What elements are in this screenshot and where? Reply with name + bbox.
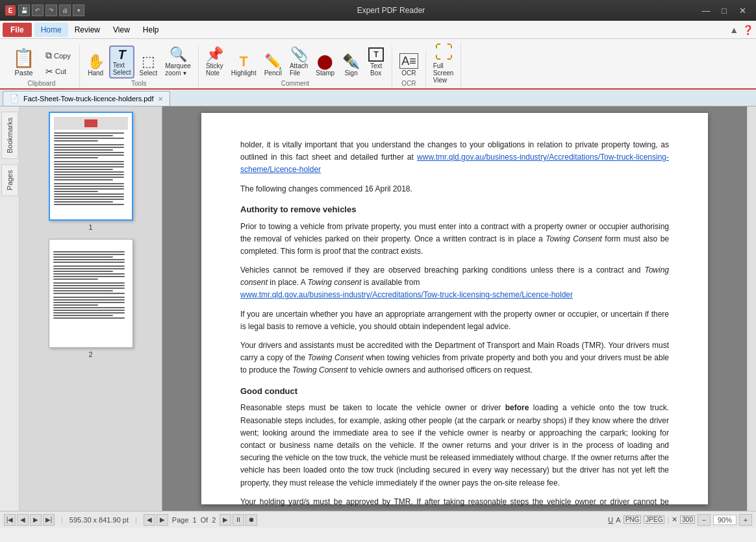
pdf-area[interactable]: holder, it is vitally important that you… <box>162 106 747 511</box>
print-button[interactable]: 🖨 <box>59 5 71 16</box>
thumb-line <box>54 152 124 153</box>
nav-first-button[interactable]: |◀ <box>4 514 16 526</box>
thumb-line <box>53 315 114 316</box>
text-box-label: TextBox <box>370 62 382 77</box>
thumb-line <box>54 140 98 142</box>
tools-label: Tools <box>131 80 146 87</box>
thumb-line <box>53 312 125 314</box>
copy-button[interactable]: ⧉ Copy <box>41 48 75 63</box>
thumb-line <box>54 169 113 170</box>
play-button[interactable]: ▶ <box>220 514 231 526</box>
minimize-button[interactable]: — <box>698 3 714 18</box>
pause-button[interactable]: ⏸ <box>233 514 244 526</box>
nav-next-button[interactable]: ▶ <box>30 514 42 526</box>
right-scrollbar[interactable] <box>747 106 756 511</box>
cut-button[interactable]: ✂ Cut <box>41 64 75 79</box>
thumb-line <box>54 161 124 162</box>
menu-file[interactable]: File <box>3 23 32 37</box>
menu-view[interactable]: View <box>107 23 136 37</box>
ocr-icon: A≡ <box>399 53 418 69</box>
format-x-icon: ✕ <box>672 515 677 524</box>
thumb-line <box>53 297 125 298</box>
nav-prev-2-button[interactable]: ◀ <box>144 514 155 526</box>
stop-button[interactable]: ⏺ <box>246 514 257 526</box>
paste-button[interactable]: 📋 Paste <box>8 45 40 79</box>
text-select-label: TextSelect <box>113 62 131 76</box>
pencil-button[interactable]: ✏️ Pencil <box>261 53 285 79</box>
hand-button[interactable]: ✋ Hand <box>84 53 108 79</box>
text-select-button[interactable]: T TextSelect <box>109 45 135 79</box>
thumbnail-page-1[interactable]: 1 <box>49 112 133 231</box>
menu-home[interactable]: Home <box>34 23 68 37</box>
hand-label: Hand <box>88 69 103 77</box>
hand-icon: ✋ <box>87 55 105 69</box>
paste-label: Paste <box>14 69 32 77</box>
menu-help[interactable]: Help <box>136 23 166 37</box>
maximize-button[interactable]: □ <box>716 3 733 18</box>
pdf-para-5: Reasonable steps must be taken to locate… <box>240 402 669 489</box>
stamp-button[interactable]: ⬤ Stamp <box>312 53 338 79</box>
page-label: Page <box>172 516 189 524</box>
zoom-out-button[interactable]: − <box>698 514 711 526</box>
tab-close-button[interactable]: ✕ <box>158 95 163 103</box>
help-icon[interactable]: ❓ <box>742 25 753 35</box>
clipboard-label: Clipboard <box>27 80 55 87</box>
thumb-line <box>54 201 113 203</box>
status-bar: |◀ ◀ ▶ ▶| | 595.30 x 841.90 pt | ◀ ▶ Pag… <box>0 511 756 528</box>
media-controls: ▶ ⏸ ⏺ <box>220 514 257 526</box>
close-button[interactable]: ✕ <box>734 3 751 18</box>
copy-icon: ⧉ <box>45 50 52 61</box>
thumb-page-num-1: 1 <box>88 223 92 231</box>
attach-file-button[interactable]: 📎 AttachFile <box>286 45 311 79</box>
thumb-line <box>53 288 125 289</box>
thumb-line <box>54 196 124 197</box>
page-of-label: Of <box>201 516 208 524</box>
highlight-button[interactable]: T Highlight <box>228 53 260 79</box>
thumb-line <box>53 273 125 275</box>
text-box-button[interactable]: T TextBox <box>364 45 388 79</box>
ribbon: 📋 Paste ⧉ Copy ✂ Cut Clipboard ✋ Hand <box>0 39 756 90</box>
menu-review[interactable]: Review <box>68 23 107 37</box>
app-icon: E <box>5 5 16 16</box>
undo-button[interactable]: ↶ <box>32 5 44 16</box>
dimensions-label: 595.30 x 841.90 pt <box>69 516 129 524</box>
stamp-icon: ⬤ <box>317 55 333 69</box>
full-screen-button[interactable]: ⛶ FullScreenView <box>430 42 457 86</box>
title-bar: E 💾 ↶ ↷ 🖨 ▾ Expert PDF Reader — □ ✕ <box>0 0 756 21</box>
select-button[interactable]: ⬚ Select <box>136 53 160 79</box>
redo-button[interactable]: ↷ <box>45 5 57 16</box>
thumb-line <box>54 154 124 156</box>
pdf-tab[interactable]: 📄 Fact-Sheet-Tow-truck-licence-holders.p… <box>3 91 170 106</box>
pdf-italic-5: Towing Consent <box>292 365 348 375</box>
thumb-line <box>54 144 124 145</box>
thumbnail-box-1[interactable] <box>49 112 133 221</box>
sidebar-bookmarks[interactable]: Bookmarks <box>1 112 18 159</box>
save-button[interactable]: 💾 <box>18 5 30 16</box>
thumb-line <box>54 138 124 139</box>
zoom-number: 300 <box>680 515 695 524</box>
nav-next-2-button[interactable]: ▶ <box>157 514 168 526</box>
highlight-label: Highlight <box>231 69 257 77</box>
page-nav-2: ◀ ▶ <box>144 514 168 526</box>
dropdown-button[interactable]: ▾ <box>73 5 84 16</box>
clipboard-buttons: 📋 Paste ⧉ Copy ✂ Cut <box>8 45 75 79</box>
sticky-note-button[interactable]: 📌 StickyNote <box>203 45 227 79</box>
thumb-line <box>54 186 124 187</box>
scroll-up-icon[interactable]: ▲ <box>729 25 738 35</box>
zoom-in-button[interactable]: + <box>739 514 752 526</box>
pdf-link-2[interactable]: www.tmr.qld.gov.au/business-industry/Acc… <box>240 290 573 299</box>
ocr-button[interactable]: A≡ OCR <box>396 51 422 79</box>
ribbon-group-comment: 📌 StickyNote T Highlight ✏️ Pencil 📎 Att… <box>199 45 392 88</box>
thumb-line <box>53 256 114 258</box>
thumbnail-page-2[interactable]: 2 <box>49 239 133 358</box>
thumbnail-box-2[interactable] <box>49 239 133 348</box>
nav-last-button[interactable]: ▶| <box>43 514 55 526</box>
marquee-zoom-button[interactable]: 🔍 Marqueezoom ▾ <box>162 45 194 79</box>
sign-button[interactable]: ✒️ Sign <box>339 53 363 79</box>
sidebar-pages[interactable]: Pages <box>1 164 18 196</box>
window-controls: — □ ✕ <box>698 3 751 18</box>
nav-prev-button[interactable]: ◀ <box>17 514 29 526</box>
thumbnail-panel: 1 <box>19 106 162 511</box>
thumb-page-num-2: 2 <box>88 351 92 358</box>
thumb-line <box>54 164 124 165</box>
